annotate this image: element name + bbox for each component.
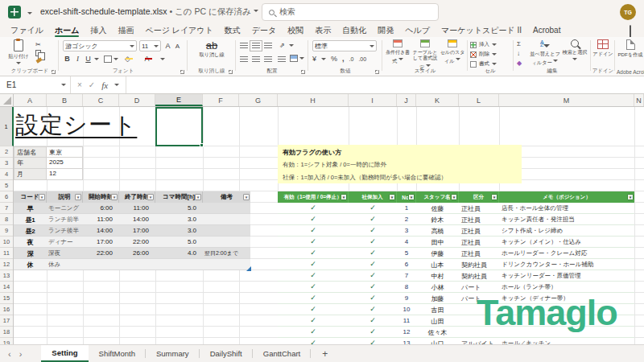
phonetic-chevron-icon[interactable] bbox=[160, 58, 165, 63]
insured-check-icon[interactable]: ✓ bbox=[349, 225, 397, 236]
clear-icon[interactable]: ◆ bbox=[517, 60, 522, 67]
info-value[interactable]: 東京 bbox=[47, 146, 83, 158]
cell-type[interactable]: パート bbox=[459, 282, 499, 292]
cell-type[interactable]: アルバイト bbox=[459, 338, 499, 344]
column-header-j[interactable]: J bbox=[397, 94, 416, 106]
ribbon-tab[interactable]: ホーム bbox=[49, 24, 85, 37]
align-right-icon[interactable] bbox=[264, 56, 272, 63]
cell-code[interactable]: 昼1 bbox=[14, 214, 47, 224]
cell-no[interactable]: 6 bbox=[397, 259, 416, 269]
cell-end[interactable]: 11:00 bbox=[119, 203, 155, 213]
insured-check-icon[interactable]: ✓ bbox=[349, 327, 397, 337]
cell-start[interactable]: 14:00 bbox=[83, 225, 119, 236]
sort-filter-button[interactable]: A Z 並べ替えとフィルター bbox=[530, 39, 560, 66]
formula-input[interactable] bbox=[126, 76, 644, 93]
cell-styles-button[interactable]: セルのスタイル bbox=[439, 39, 466, 65]
comma-style-icon[interactable]: , bbox=[342, 55, 345, 63]
row-header[interactable]: 13 bbox=[0, 270, 13, 282]
filter-icon[interactable]: ▾ bbox=[341, 194, 347, 200]
sheet-tab[interactable]: ShiftMonth bbox=[89, 345, 146, 362]
grow-font-button[interactable]: A bbox=[163, 42, 172, 50]
top-align-icon[interactable] bbox=[240, 43, 248, 49]
insured-check-icon[interactable]: ✓ bbox=[349, 338, 397, 344]
cell-name[interactable]: 鈴木 bbox=[416, 214, 459, 224]
cell-name[interactable]: 山本 bbox=[416, 259, 459, 269]
cell-hours[interactable]: 4.0 bbox=[155, 248, 203, 258]
insured-check-icon[interactable]: ✓ bbox=[349, 270, 397, 281]
comments-button[interactable] bbox=[630, 26, 642, 35]
cell-no[interactable]: 1 bbox=[397, 203, 416, 213]
cell-no[interactable]: 3 bbox=[397, 225, 416, 236]
row-header[interactable]: 7 bbox=[0, 203, 13, 214]
sheet-tab[interactable]: DailyShift bbox=[200, 345, 253, 362]
cell-name[interactable]: 伊藤 bbox=[416, 248, 459, 258]
middle-align-icon[interactable] bbox=[252, 43, 260, 49]
align-left-icon[interactable] bbox=[240, 56, 248, 63]
cell-end[interactable]: 26:00 bbox=[119, 248, 155, 258]
align-center-icon[interactable] bbox=[252, 56, 260, 63]
copy-icon[interactable] bbox=[35, 50, 41, 56]
avatar[interactable]: TG bbox=[620, 4, 636, 20]
staff-row[interactable]: ✓ ✓ 4 田中 正社員 キッチン（メイン）・仕込み bbox=[278, 237, 634, 248]
staff-row[interactable]: ✓ ✓ 13 山口 アルバイト ホール／キッチン bbox=[278, 338, 634, 344]
cell-no[interactable]: 10 bbox=[397, 304, 416, 315]
font-size-select[interactable]: 11 bbox=[139, 40, 161, 51]
cell-end[interactable]: 22:00 bbox=[119, 237, 155, 247]
cell-type[interactable]: 正社員 bbox=[459, 237, 499, 247]
cell-name[interactable]: 高橋 bbox=[416, 225, 459, 236]
shift-row[interactable]: 休 休み bbox=[14, 259, 250, 270]
shift-row[interactable]: 昼2 ランチ後半 14:00 17:00 3.0 bbox=[14, 225, 250, 237]
cell-name[interactable]: 加藤 bbox=[416, 293, 459, 303]
currency-format-icon[interactable]: ¥ bbox=[312, 55, 316, 63]
autosum-icon[interactable]: Σ bbox=[517, 40, 522, 47]
cell-start[interactable]: 6:00 bbox=[83, 203, 119, 213]
shift-row[interactable]: 早 モーニング 6:00 11:00 5.0 bbox=[14, 203, 250, 214]
staff-row[interactable]: ✓ ✓ 6 山本 契約社員 ドリンクカウンター・ホール補助 bbox=[278, 259, 634, 270]
cell-note[interactable] bbox=[203, 214, 250, 224]
column-header-a[interactable]: A bbox=[14, 94, 47, 106]
active-check-icon[interactable]: ✓ bbox=[278, 225, 349, 236]
row-header[interactable]: 4 bbox=[0, 169, 13, 180]
prev-sheet-icon[interactable]: ‹ bbox=[8, 349, 11, 359]
filter-icon[interactable]: ▾ bbox=[75, 194, 81, 200]
percent-style-icon[interactable]: % bbox=[331, 55, 337, 63]
cell-no[interactable]: 5 bbox=[397, 248, 416, 258]
active-check-icon[interactable]: ✓ bbox=[278, 203, 349, 213]
cell-no[interactable]: 13 bbox=[397, 338, 416, 344]
cell-note[interactable] bbox=[203, 203, 250, 213]
bold-button[interactable]: B bbox=[63, 55, 72, 63]
ribbon-tab[interactable]: ページ レイアウト bbox=[139, 24, 218, 37]
next-sheet-icon[interactable]: › bbox=[19, 349, 23, 359]
row-header[interactable]: 18 bbox=[0, 327, 13, 338]
insured-check-icon[interactable]: ✓ bbox=[349, 315, 397, 326]
row-header[interactable]: 11 bbox=[0, 248, 13, 259]
ribbon-tab[interactable]: Acrobat bbox=[527, 24, 566, 37]
row-header[interactable]: 16 bbox=[0, 304, 13, 315]
cell-name[interactable]: 小林 bbox=[416, 282, 459, 292]
cell-type[interactable]: 正社員 bbox=[459, 225, 499, 236]
ribbon-tab[interactable]: データ bbox=[246, 24, 282, 37]
orientation-icon[interactable]: ⇗ bbox=[279, 42, 285, 49]
fill-handle[interactable] bbox=[200, 143, 204, 147]
row-header[interactable]: 6 bbox=[0, 191, 13, 203]
bottom-align-icon[interactable] bbox=[264, 43, 272, 49]
strikethrough-button[interactable]: ab 取り消し線 bbox=[195, 39, 229, 58]
row-header[interactable]: 9 bbox=[0, 225, 13, 237]
italic-button[interactable]: I bbox=[73, 55, 82, 63]
column-header-k[interactable]: K bbox=[416, 94, 459, 106]
cell-memo[interactable]: ドリンクカウンター・ホール補助 bbox=[499, 259, 634, 269]
staff-row[interactable]: ✓ ✓ 5 伊藤 正社員 ホールリーダー・クレーム対応 bbox=[278, 248, 634, 259]
conditional-formatting-button[interactable]: 条件付き書式 bbox=[384, 39, 411, 65]
ribbon-tab[interactable]: ファイル bbox=[5, 24, 49, 37]
cell-name[interactable]: 吉田 bbox=[416, 304, 459, 315]
cell-memo[interactable]: ホール／キッチン bbox=[499, 338, 634, 344]
cell-no[interactable]: 12 bbox=[397, 327, 416, 337]
column-header-f[interactable]: F bbox=[203, 94, 239, 106]
cell-no[interactable]: 4 bbox=[397, 237, 416, 247]
cell-no[interactable]: 2 bbox=[397, 214, 416, 224]
cell-hours[interactable]: 3.0 bbox=[155, 225, 203, 236]
active-check-icon[interactable]: ✓ bbox=[278, 304, 349, 315]
ribbon-tab[interactable]: 描画 bbox=[112, 24, 139, 37]
merge-center-icon[interactable] bbox=[290, 55, 298, 62]
alignment-dialog-launcher-icon[interactable] bbox=[301, 70, 305, 74]
